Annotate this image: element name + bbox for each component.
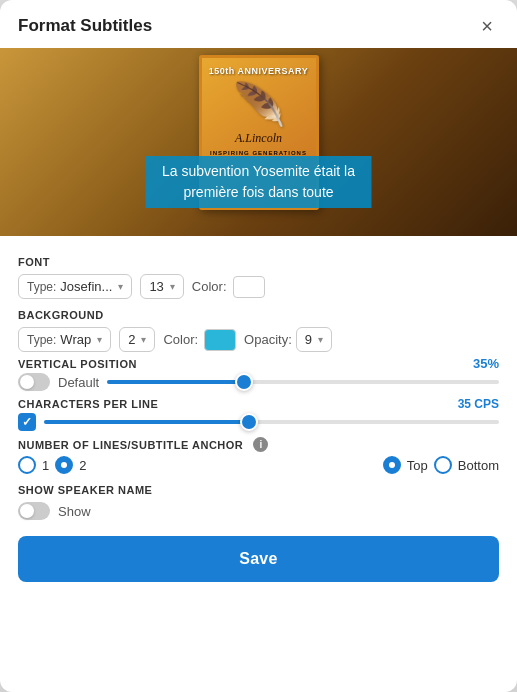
cps-header: CHARACTERS PER LINE 35 CPS [18, 397, 499, 411]
subtitle-line1: La subvention Yosemite était la première… [146, 156, 371, 208]
font-color-label: Color: [192, 279, 227, 294]
background-row: Type: Wrap ▾ 2 ▾ Color: Opacity: 9 ▾ [18, 327, 499, 352]
stamp-signature-text: A.Lincoln [235, 131, 282, 146]
font-type-select[interactable]: Type: Josefin... ▾ [18, 274, 132, 299]
bg-opacity-chevron: ▾ [318, 334, 323, 345]
num-lines-1-label: 1 [42, 458, 49, 473]
vertical-position-header: VERTICAL POSITION 35% [18, 356, 499, 371]
speaker-show-label: Show [58, 504, 91, 519]
bg-type-select[interactable]: Type: Wrap ▾ [18, 327, 111, 352]
dialog-content: FONT Type: Josefin... ▾ 13 ▾ Color: BACK… [0, 236, 517, 520]
bg-type-value: Wrap [60, 332, 91, 347]
vertical-position-thumb[interactable] [235, 373, 253, 391]
stamp-bottom-text: INSPIRING GENERATIONS [210, 150, 307, 156]
cps-track[interactable] [44, 420, 499, 424]
font-size-chevron: ▾ [170, 281, 175, 292]
font-type-chevron: ▾ [118, 281, 123, 292]
bg-color-swatch[interactable] [204, 329, 236, 351]
num-lines-group: 1 2 [18, 456, 86, 474]
font-color-swatch[interactable] [233, 276, 265, 298]
stamp-anniversary-text: 150th ANNIVERSARY [209, 66, 308, 76]
anchor-bottom-radio[interactable] [434, 456, 452, 474]
stamp-feather-icon: 🪶 [233, 80, 285, 129]
dialog-title: Format Subtitles [18, 16, 152, 36]
format-subtitles-dialog: Format Subtitles × 150th ANNIVERSARY 🪶 A… [0, 0, 517, 692]
bg-opacity-select[interactable]: 9 ▾ [296, 327, 332, 352]
bg-type-label: Type: [27, 333, 56, 347]
close-button[interactable]: × [475, 14, 499, 38]
cps-value: 35 CPS [458, 397, 499, 411]
anchor-top-label: Top [407, 458, 428, 473]
cps-fill [44, 420, 249, 424]
bg-color-group: Color: [163, 329, 236, 351]
background-section-label: BACKGROUND [18, 309, 499, 321]
cps-slider-row [18, 413, 499, 431]
info-icon[interactable]: i [253, 437, 268, 452]
bg-size-chevron: ▾ [141, 334, 146, 345]
lines-anchor-header: NUMBER OF LINES/SUBTITLE ANCHOR i [18, 437, 499, 452]
vertical-position-fill [107, 380, 244, 384]
anchor-bottom-label: Bottom [458, 458, 499, 473]
cps-thumb[interactable] [240, 413, 258, 431]
vertical-default-label: Default [58, 375, 99, 390]
font-size-select[interactable]: 13 ▾ [140, 274, 183, 299]
anchor-group: Top Bottom [383, 456, 499, 474]
anchor-top-radio[interactable] [383, 456, 401, 474]
cps-label: CHARACTERS PER LINE [18, 398, 158, 410]
vertical-position-slider-row: Default [18, 373, 499, 391]
dialog-header: Format Subtitles × [0, 0, 517, 48]
cps-checkbox[interactable] [18, 413, 36, 431]
lines-anchor-row: 1 2 Top Bottom [18, 456, 499, 474]
bg-size-value: 2 [128, 332, 135, 347]
font-size-value: 13 [149, 279, 163, 294]
vertical-default-toggle[interactable] [18, 373, 50, 391]
lines-anchor-label: NUMBER OF LINES/SUBTITLE ANCHOR [18, 439, 243, 451]
bg-opacity-value: 9 [305, 332, 312, 347]
font-type-label: Type: [27, 280, 56, 294]
save-button[interactable]: Save [18, 536, 499, 582]
vertical-position-track[interactable] [107, 380, 499, 384]
speaker-show-toggle[interactable] [18, 502, 50, 520]
subtitle-overlay: La subvention Yosemite était la première… [0, 156, 517, 208]
preview-area: 150th ANNIVERSARY 🪶 A.Lincoln INSPIRING … [0, 48, 517, 236]
speaker-name-section-label: SHOW SPEAKER NAME [18, 484, 499, 496]
bg-opacity-label: Opacity: [244, 332, 292, 347]
vertical-position-label: VERTICAL POSITION [18, 358, 137, 370]
num-lines-1-radio[interactable] [18, 456, 36, 474]
bg-opacity-group: Opacity: 9 ▾ [244, 327, 332, 352]
speaker-show-row: Show [18, 502, 499, 520]
font-type-value: Josefin... [60, 279, 112, 294]
num-lines-2-label: 2 [79, 458, 86, 473]
font-color-group: Color: [192, 276, 265, 298]
font-row: Type: Josefin... ▾ 13 ▾ Color: [18, 274, 499, 299]
bg-size-select[interactable]: 2 ▾ [119, 327, 155, 352]
bg-type-chevron: ▾ [97, 334, 102, 345]
vertical-position-percent: 35% [473, 356, 499, 371]
bg-color-label: Color: [163, 332, 198, 347]
num-lines-2-radio[interactable] [55, 456, 73, 474]
font-section-label: FONT [18, 256, 499, 268]
